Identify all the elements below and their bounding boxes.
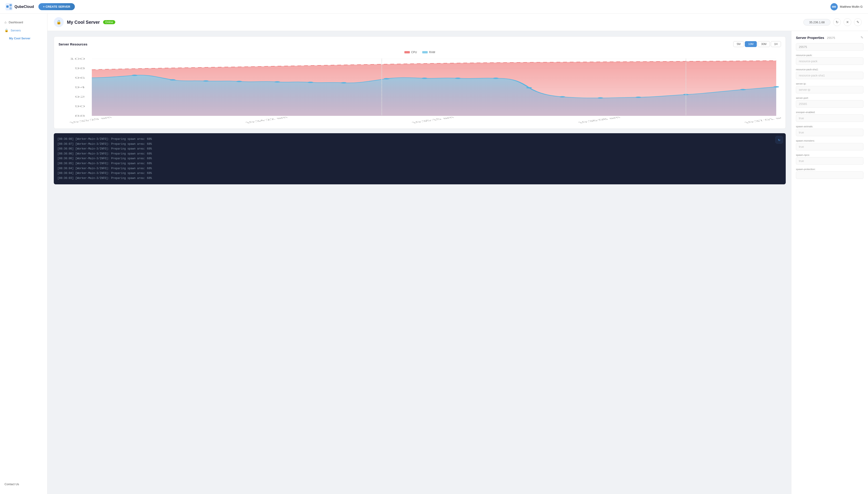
sidebar-item-dashboard[interactable]: ⌂ Dashboard	[0, 18, 47, 26]
main-layout: ⌂ Dashboard 🔒 Servers My Cool Server Con…	[0, 14, 868, 494]
spawn-animals-input[interactable]	[796, 129, 864, 136]
chart-svg: 100 98 96 94 92 90 88	[59, 56, 781, 124]
props-edit-button[interactable]: ✎	[861, 36, 864, 40]
time-10m-button[interactable]: 10M	[745, 41, 757, 47]
port-field-group	[796, 43, 864, 51]
snooper-enabled-label: snooper-enabled:	[796, 111, 864, 114]
spawn-monsters-input[interactable]	[796, 143, 864, 150]
contact-us-link[interactable]: Contact Us	[0, 479, 47, 490]
ram-dot	[308, 82, 313, 83]
server-ip-input[interactable]	[796, 86, 864, 93]
props-title: Server Properties 25575	[796, 36, 835, 40]
server-header-left: 🔒 My Cool Server Online	[54, 17, 115, 27]
ram-dot	[597, 97, 603, 99]
logo: QubeCloud	[5, 3, 34, 11]
refresh-server-button[interactable]: ↻	[833, 18, 841, 26]
port-field[interactable]	[796, 43, 864, 51]
sidebar-item-my-cool-server[interactable]: My Cool Server	[0, 34, 47, 42]
console-line-9: [08:36:03] [Worker-Main-3/INFO]: Prepari…	[57, 176, 782, 181]
spawn-npcs-input[interactable]	[796, 157, 864, 165]
ram-dot	[773, 86, 779, 88]
props-port: 25575	[827, 36, 835, 40]
console-line-8: [08:36:04] [Worker-Main-3/INFO]: Prepari…	[57, 171, 782, 176]
ram-dot	[493, 78, 499, 79]
spawn-animals-label: spawn-animals:	[796, 125, 864, 128]
spawn-protection-group: spawn-protection:	[796, 168, 864, 179]
props-header: Server Properties 25575 ✎	[796, 36, 864, 40]
ram-dot	[236, 81, 242, 82]
lock-icon: 🔒	[4, 28, 8, 32]
ram-dot	[526, 87, 532, 89]
time-1h-button[interactable]: 1H	[771, 41, 781, 47]
svg-text:10:35:15 am: 10:35:15 am	[410, 116, 455, 124]
console-line-6: [08:36:05] [Worker-Main-3/INFO]: Prepari…	[57, 161, 782, 166]
svg-text:90: 90	[75, 105, 85, 108]
console-line-4: [08:36:06] [Worker-Main-3/INFO]: Prepari…	[57, 152, 782, 156]
ram-dot	[341, 82, 347, 83]
svg-rect-3	[9, 7, 12, 10]
ram-dot	[383, 78, 389, 79]
server-icon: 🔒	[54, 17, 64, 27]
right-panel: Server Properties 25575 ✎ resource-pack:…	[791, 31, 868, 494]
server-port-input[interactable]	[796, 100, 864, 108]
server-header: 🔒 My Cool Server Online 35.236.1.68 ↻ ✕ …	[47, 14, 868, 31]
home-icon: ⌂	[4, 20, 6, 24]
resource-pack-label: resource-pack:	[796, 54, 864, 57]
spawn-monsters-group: spawn-monsters:	[796, 139, 864, 150]
server-title: My Cool Server	[67, 20, 100, 25]
time-30m-button[interactable]: 30M	[758, 41, 770, 47]
snooper-enabled-group: snooper-enabled:	[796, 111, 864, 122]
ram-dot	[170, 79, 175, 80]
content-area: Server Resources 5M 10M 30M 1H CPU	[47, 31, 868, 494]
resource-pack-sha1-group: resource-pack-sha1:	[796, 68, 864, 79]
edit-server-button[interactable]: ✎	[854, 18, 862, 26]
ram-dot	[559, 96, 565, 97]
server-header-right: 35.236.1.68 ↻ ✕ ✎	[803, 18, 862, 26]
resource-pack-input[interactable]	[796, 57, 864, 65]
header-right: MM Matthew Mullin G	[830, 3, 863, 11]
create-server-button[interactable]: + CREATE SERVER	[38, 3, 75, 10]
svg-text:96: 96	[75, 77, 85, 79]
ram-legend-label: RAM	[429, 51, 435, 54]
console-line-2: [08:36:07] [Worker-Main-3/INFO]: Prepari…	[57, 142, 782, 147]
spawn-monsters-label: spawn-monsters:	[796, 139, 864, 142]
console-line-7: [08:36:04] [Worker-Main-3/INFO]: Prepari…	[57, 166, 782, 171]
ram-dot	[132, 75, 137, 76]
cpu-legend: CPU	[405, 51, 417, 54]
spawn-protection-label: spawn-protection:	[796, 168, 864, 171]
console-card: ↻ [08:36:08] [Worker-Main-3/INFO]: Prepa…	[54, 133, 786, 184]
resource-pack-sha1-input[interactable]	[796, 72, 864, 79]
user-name: Matthew Mullin G	[840, 5, 863, 8]
ram-dot	[274, 81, 280, 82]
svg-text:10:34:22 am: 10:34:22 am	[243, 116, 289, 124]
sidebar-item-servers[interactable]: 🔒 Servers	[0, 26, 47, 34]
chart-container: 100 98 96 94 92 90 88	[59, 56, 781, 124]
svg-text:88: 88	[75, 115, 85, 117]
time-filters: 5M 10M 30M 1H	[733, 41, 781, 47]
console-line-3: [08:36:06] [Worker-Main-3/INFO]: Prepari…	[57, 147, 782, 152]
svg-rect-1	[6, 5, 8, 8]
console-refresh-button[interactable]: ↻	[775, 136, 783, 144]
main-content: 🔒 My Cool Server Online 35.236.1.68 ↻ ✕ …	[47, 14, 868, 494]
sidebar-my-cool-server-label: My Cool Server	[9, 37, 31, 40]
spawn-npcs-group: spawn-npcs:	[796, 154, 864, 165]
ram-dot	[636, 97, 641, 98]
chart-legend: CPU RAM	[59, 51, 781, 54]
svg-text:92: 92	[75, 96, 85, 98]
ram-dot	[203, 80, 209, 82]
server-ip-group: server-ip:	[796, 82, 864, 93]
svg-text:94: 94	[75, 86, 85, 89]
cpu-legend-label: CPU	[411, 51, 417, 54]
spawn-protection-input[interactable]	[796, 171, 864, 179]
time-5m-button[interactable]: 5M	[733, 41, 744, 47]
ram-legend: RAM	[422, 51, 435, 54]
chart-card: Server Resources 5M 10M 30M 1H CPU	[54, 36, 786, 129]
stop-server-button[interactable]: ✕	[844, 18, 851, 26]
svg-text:10:37:01 am: 10:37:01 am	[742, 116, 781, 124]
server-ip-label: server-ip:	[796, 82, 864, 85]
snooper-enabled-input[interactable]	[796, 114, 864, 122]
app-header: QubeCloud + CREATE SERVER MM Matthew Mul…	[0, 0, 868, 14]
console-line-1: [08:36:08] [Worker-Main-3/INFO]: Prepari…	[57, 137, 782, 142]
ram-dot	[740, 89, 746, 90]
spawn-animals-group: spawn-animals:	[796, 125, 864, 136]
